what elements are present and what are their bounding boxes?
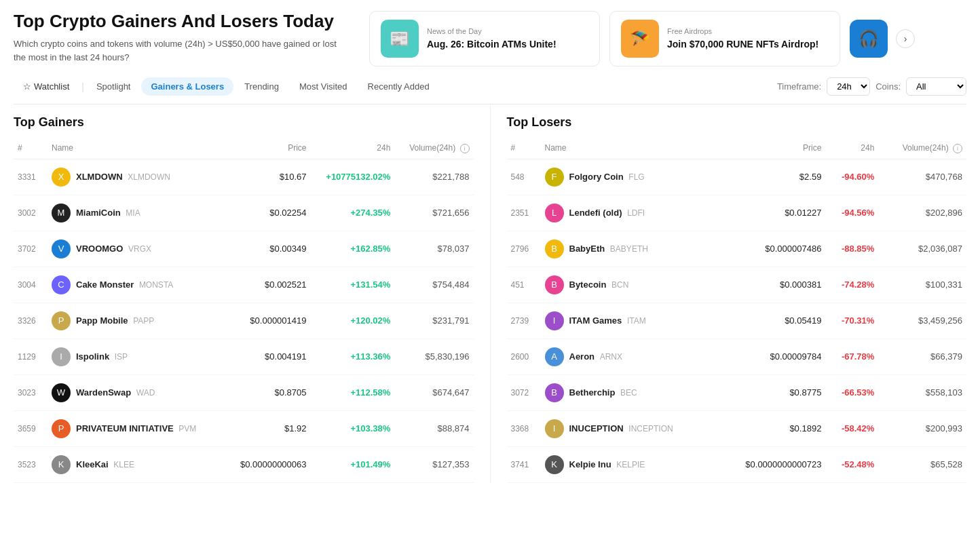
losers-row[interactable]: 2739 I ITAM Games ITAM $0.05419 -70.31% … [507,303,967,339]
star-icon: ☆ [23,81,31,92]
gainers-change-5: +113.36% [311,339,395,374]
tab-spotlight[interactable]: Spotlight [87,77,140,96]
losers-row[interactable]: 548 F Folgory Coin FLG $2.59 -94.60% $47… [507,159,967,195]
losers-price-2: $0.000007486 [717,231,825,267]
news-card-1-label: News of the Day [427,27,557,35]
gainers-volume-2: $78,037 [394,231,473,267]
gainers-name-3[interactable]: C Cake Monster MONSTA [48,267,225,303]
losers-name-8[interactable]: K Kelpie Inu KELPIE [541,446,717,482]
chevron-right-nav[interactable]: › [896,29,915,48]
gainers-row[interactable]: 3331 X XLMDOWN XLMDOWN $10.67 +10775132.… [14,159,474,195]
gainers-change-3: +131.54% [311,267,395,303]
losers-rank-7: 3368 [507,410,541,446]
gainers-col-volume: Volume(24h) i [394,138,473,159]
news-card-2-title: Join $70,000 RUNE NFTs Airdrop! [667,38,818,50]
tab-recently-added[interactable]: Recently Added [358,77,439,96]
gainers-row[interactable]: 1129 I Ispolink ISP $0.004191 +113.36% $… [14,339,474,374]
gainers-rank-4: 3326 [14,303,48,339]
gainers-change-6: +112.58% [311,374,395,410]
gainers-name-7[interactable]: P PRIVATEUM INITIATIVE PVM [48,410,225,446]
losers-name-6[interactable]: B Betherchip BEC [541,374,717,410]
gainers-row[interactable]: 3004 C Cake Monster MONSTA $0.002521 +13… [14,267,474,303]
news-card-1-title: Aug. 26: Bitcoin ATMs Unite! [427,38,557,50]
coins-select[interactable]: All Top 100 [906,77,966,96]
gainers-price-6: $0.8705 [225,374,311,410]
losers-name-1[interactable]: L Lendefi (old) LDFI [541,195,717,231]
gainers-name-1[interactable]: M MiamiCoin MIA [48,195,225,231]
losers-name-5[interactable]: A Aeron ARNX [541,339,717,374]
gainers-name-5[interactable]: I Ispolink ISP [48,339,225,374]
gainers-change-0: +10775132.02% [311,159,395,195]
news-card-1[interactable]: 📰 News of the Day Aug. 26: Bitcoin ATMs … [369,11,600,66]
losers-change-5: -67.78% [825,339,878,374]
losers-change-7: -58.42% [825,410,878,446]
gainers-row[interactable]: 3023 W WardenSwap WAD $0.8705 +112.58% $… [14,374,474,410]
tab-trending[interactable]: Trending [235,77,288,96]
losers-price-8: $0.0000000000723 [717,446,825,482]
losers-price-7: $0.1892 [717,410,825,446]
losers-volume-5: $66,379 [878,339,966,374]
losers-name-3[interactable]: B Bytecoin BCN [541,267,717,303]
tab-watchlist[interactable]: ☆ Watchlist [14,77,79,96]
gainers-col-change: 24h [311,138,395,159]
losers-name-7[interactable]: I INUCEPTION INCEPTION [541,410,717,446]
gainers-name-0[interactable]: X XLMDOWN XLMDOWN [48,159,225,195]
losers-rank-1: 2351 [507,195,541,231]
page-title: Top Crypto Gainers And Losers Today [14,11,353,32]
losers-row[interactable]: 2351 L Lendefi (old) LDFI $0.01227 -94.5… [507,195,967,231]
tab-most-visited[interactable]: Most Visited [290,77,357,96]
losers-col-change: 24h [825,138,878,159]
losers-volume-3: $100,331 [878,267,966,303]
losers-row[interactable]: 3072 B Betherchip BEC $0.8775 -66.53% $5… [507,374,967,410]
losers-row[interactable]: 451 B Bytecoin BCN $0.000381 -74.28% $10… [507,267,967,303]
losers-change-6: -66.53% [825,374,878,410]
losers-col-volume: Volume(24h) i [878,138,966,159]
losers-volume-4: $3,459,256 [878,303,966,339]
gainers-change-8: +101.49% [311,446,395,482]
gainers-row[interactable]: 3002 M MiamiCoin MIA $0.02254 +274.35% $… [14,195,474,231]
gainers-rank-2: 3702 [14,231,48,267]
losers-price-1: $0.01227 [717,195,825,231]
news-card-2[interactable]: 🪂 Free Airdrops Join $70,000 RUNE NFTs A… [609,11,840,66]
losers-name-2[interactable]: B BabyEth BABYETH [541,231,717,267]
timeframe-select[interactable]: 24h 1h 7d [827,77,870,96]
losers-volume-8: $65,528 [878,446,966,482]
losers-rank-0: 548 [507,159,541,195]
losers-row[interactable]: 3741 K Kelpie Inu KELPIE $0.000000000072… [507,446,967,482]
gainers-volume-6: $674,647 [394,374,473,410]
losers-row[interactable]: 3368 I INUCEPTION INCEPTION $0.1892 -58.… [507,410,967,446]
losers-price-5: $0.00009784 [717,339,825,374]
coins-label: Coins: [875,81,901,92]
losers-price-0: $2.59 [717,159,825,195]
gainers-volume-info-icon[interactable]: i [460,144,470,153]
gainers-name-6[interactable]: W WardenSwap WAD [48,374,225,410]
losers-rank-3: 451 [507,267,541,303]
losers-change-0: -94.60% [825,159,878,195]
gainers-rank-5: 1129 [14,339,48,374]
losers-volume-7: $200,993 [878,410,966,446]
losers-col-rank: # [507,138,541,159]
gainers-row[interactable]: 3702 V VROOMGO VRGX $0.00349 +162.85% $7… [14,231,474,267]
losers-row[interactable]: 2600 A Aeron ARNX $0.00009784 -67.78% $6… [507,339,967,374]
losers-rank-8: 3741 [507,446,541,482]
gainers-price-2: $0.00349 [225,231,311,267]
losers-rank-5: 2600 [507,339,541,374]
tab-gainers-losers[interactable]: Gainers & Losers [141,77,233,96]
gainers-row[interactable]: 3659 P PRIVATEUM INITIATIVE PVM $1.92 +1… [14,410,474,446]
losers-change-3: -74.28% [825,267,878,303]
gainers-volume-0: $221,788 [394,159,473,195]
gainers-volume-7: $88,874 [394,410,473,446]
gainers-name-8[interactable]: K KleeKai KLEE [48,446,225,482]
gainers-row[interactable]: 3523 K KleeKai KLEE $0.00000000063 +101.… [14,446,474,482]
gainers-row[interactable]: 3326 P Papp Mobile PAPP $0.000001419 +12… [14,303,474,339]
gainers-col-name: Name [48,138,225,159]
losers-row[interactable]: 2796 B BabyEth BABYETH $0.000007486 -88.… [507,231,967,267]
gainers-name-4[interactable]: P Papp Mobile PAPP [48,303,225,339]
losers-name-0[interactable]: F Folgory Coin FLG [541,159,717,195]
losers-change-4: -70.31% [825,303,878,339]
gainers-name-2[interactable]: V VROOMGO VRGX [48,231,225,267]
losers-volume-info-icon[interactable]: i [953,144,962,153]
gainers-col-rank: # [14,138,48,159]
gainers-volume-8: $127,353 [394,446,473,482]
losers-name-4[interactable]: I ITAM Games ITAM [541,303,717,339]
